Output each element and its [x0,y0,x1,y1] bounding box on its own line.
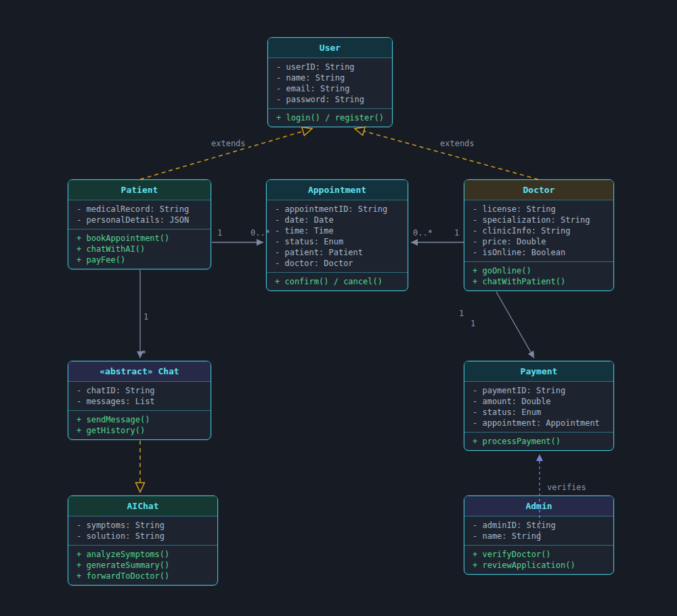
class-attribute: - medicalRecord: String [68,204,211,215]
class-aichat-attributes: - symptoms: String - solution: String [68,516,217,545]
cardinality-patient-chat-from: 1 [144,312,148,322]
class-method: + login() / register() [268,112,392,123]
class-attribute: - date: Date [267,215,408,225]
class-attribute: - patient: Patient [267,247,408,258]
class-attribute: - appointment: Appointment [464,418,613,428]
class-attribute: - specialization: String [464,215,613,225]
class-payment-title: Payment [464,361,613,382]
class-patient-methods: + bookAppointment() + chatWithAI() + pay… [68,229,211,269]
class-payment: Payment - paymentID: String - amount: Do… [464,361,614,451]
class-admin-methods: + verifyDoctor() + reviewApplication() [464,545,613,574]
class-method: + processPayment() [464,436,613,447]
class-chat: «abstract» Chat - chatID: String - messa… [68,361,211,440]
class-appointment-title: Appointment [267,180,408,200]
class-doctor-title: Doctor [464,180,613,200]
class-attribute: - name: String [464,531,613,542]
class-attribute: - userID: String [268,62,392,72]
class-method: + generateSummary() [68,560,217,571]
class-method: + chatWithPatient() [464,276,613,287]
class-method: + bookAppointment() [68,233,211,244]
cardinality-doctor-payment-to: 1 [471,319,475,328]
cardinality-patient-appointment-from: 1 [217,228,222,238]
class-appointment: Appointment - appointmentID: String - da… [266,179,408,291]
cardinality-patient-chat-to: * [141,349,146,358]
class-attribute: - password: String [268,94,392,105]
class-method: + forwardToDoctor() [68,571,217,581]
class-user-title: User [268,38,392,58]
class-attribute: - amount: Double [464,396,613,407]
class-attribute: - license: String [464,204,613,215]
class-patient: Patient - medicalRecord: String - person… [68,179,211,269]
class-method: + getHistory() [68,425,211,436]
cardinality-doctor-payment-from: 1 [459,309,464,318]
class-attribute: - price: Double [464,236,613,247]
class-aichat: AIChat - symptoms: String - solution: St… [68,496,218,586]
class-attribute: - name: String [268,72,392,83]
class-user-attributes: - userID: String - name: String - email:… [268,58,392,108]
class-attribute: - email: String [268,83,392,94]
class-attribute: - isOnline: Boolean [464,247,613,258]
class-attribute: - solution: String [68,531,217,542]
class-doctor: Doctor - license: String - specializatio… [464,179,614,291]
class-method: + analyzeSymptoms() [68,549,217,560]
class-chat-title: «abstract» Chat [68,361,211,382]
class-method: + goOnline() [464,265,613,276]
class-method: + confirm() / cancel() [267,276,408,287]
class-method: + verifyDoctor() [464,549,613,560]
class-doctor-methods: + goOnline() + chatWithPatient() [464,261,613,290]
class-attribute: - status: Enum [267,236,408,247]
edge-doctor-user-inheritance [355,129,538,179]
class-attribute: - messages: List [68,396,211,407]
class-attribute: - adminID: String [464,520,613,531]
class-chat-attributes: - chatID: String - messages: List [68,382,211,410]
class-aichat-methods: + analyzeSymptoms() + generateSummary() … [68,545,217,585]
class-attribute: - time: Time [267,225,408,236]
class-method: + payFee() [68,255,211,265]
class-attribute: - personalDetails: JSON [68,215,211,225]
class-admin-attributes: - adminID: String - name: String [464,516,613,545]
class-user: User - userID: String - name: String - e… [267,37,393,127]
class-attribute: - status: Enum [464,407,613,418]
class-payment-attributes: - paymentID: String - amount: Double - s… [464,382,613,432]
class-payment-methods: + processPayment() [464,432,613,450]
class-attribute: - paymentID: String [464,385,613,396]
edge-label-extends-left: extends [209,139,248,148]
class-attribute: - symptoms: String [68,520,217,531]
class-patient-attributes: - medicalRecord: String - personalDetail… [68,200,211,229]
cardinality-patient-appointment-to: 0..* [250,228,270,238]
edge-label-extends-right: extends [437,139,477,148]
class-appointment-attributes: - appointmentID: String - date: Date - t… [267,200,408,272]
class-method: + reviewApplication() [464,560,613,571]
class-doctor-attributes: - license: String - specialization: Stri… [464,200,613,261]
uml-class-diagram: User - userID: String - name: String - e… [0,0,677,616]
class-patient-title: Patient [68,180,211,200]
class-method: + chatWithAI() [68,244,211,255]
class-attribute: - appointmentID: String [267,204,408,215]
class-aichat-title: AIChat [68,496,217,516]
class-attribute: - doctor: Doctor [267,258,408,269]
class-chat-methods: + sendMessage() + getHistory() [68,410,211,439]
class-attribute: - clinicInfo: String [464,225,613,236]
class-admin-title: Admin [464,496,613,516]
edge-doctor-payment-association [496,292,534,358]
class-method: + sendMessage() [68,414,211,425]
class-appointment-methods: + confirm() / cancel() [267,272,408,290]
class-attribute: - chatID: String [68,385,211,396]
class-admin: Admin - adminID: String - name: String +… [464,496,614,575]
edge-label-verifies: verifies [544,483,589,492]
class-user-methods: + login() / register() [268,108,392,127]
cardinality-doctor-appointment-to: 0..* [413,228,433,238]
cardinality-doctor-appointment-from: 1 [454,228,459,238]
edge-patient-user-inheritance [140,129,312,179]
